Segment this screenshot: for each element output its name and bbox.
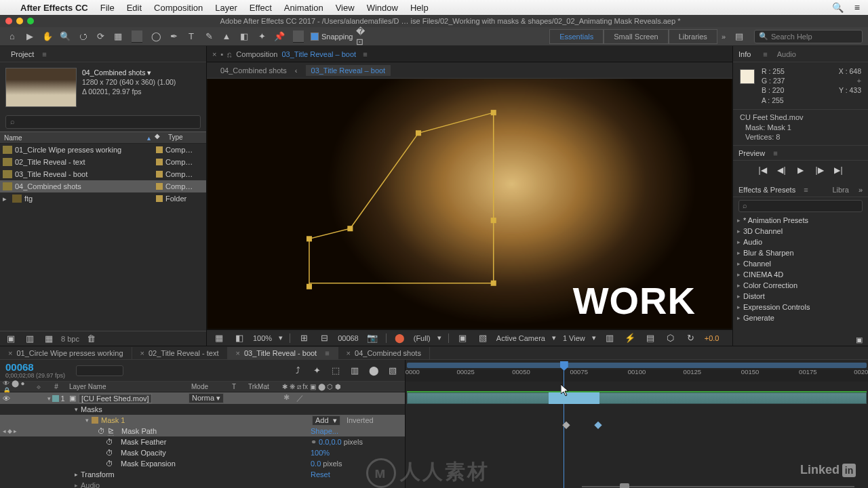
region-icon[interactable]: ▣ [456, 331, 469, 345]
pen-tool-icon[interactable]: ✒ [167, 30, 180, 43]
panel-menu-icon[interactable]: ≡ [42, 50, 46, 58]
window-minimize-button[interactable] [16, 18, 23, 24]
ellipse-tool-icon[interactable]: ◯ [149, 30, 163, 43]
mask-expansion-prop[interactable]: ⏱ Mask Expansion 0.0 pixels [0, 458, 405, 469]
libraries-tab[interactable]: Libra [832, 186, 848, 194]
workspace-overflow-icon[interactable]: » [722, 33, 726, 41]
mask-path-prop[interactable]: ◂◆▸ ⏱⊵ Mask Path Shape... [0, 426, 405, 436]
menu-extras-icon[interactable]: ≡ [854, 2, 860, 13]
views-dropdown[interactable]: 1 View [563, 334, 585, 342]
timeline-tab[interactable]: ×02_Title Reveal - text [132, 347, 228, 359]
reset-exposure-icon[interactable]: ↻ [684, 331, 698, 345]
spotlight-icon[interactable]: 🔍 [832, 2, 844, 13]
resolution-dropdown[interactable]: (Full) [414, 334, 431, 342]
project-panel-tab[interactable]: Project [5, 48, 39, 60]
col-switches[interactable]: ✱ ❋ ⧄ fx ▣ ⬤ ⬡ ⬢ [279, 383, 405, 391]
panel-menu-icon[interactable]: ≡ [363, 50, 367, 58]
col-mode[interactable]: Mode [189, 383, 229, 390]
comp-tab-name[interactable]: 03_Title Reveal – boot [281, 50, 356, 58]
panel-flow-icon[interactable]: ⎌ [227, 50, 232, 58]
channel-icon[interactable]: ⬤ [393, 331, 407, 345]
current-frame[interactable]: 00068 [338, 334, 359, 342]
video-toggle-icon[interactable]: 👁 [3, 394, 11, 403]
prev-keyframe-icon[interactable]: ◂ [3, 428, 6, 434]
prev-frame-button[interactable]: ◀| [776, 165, 788, 176]
layer-name[interactable]: [CU Feet Shed.mov] [79, 394, 152, 403]
panel-menu-icon[interactable]: ≡ [325, 349, 329, 357]
link-icon[interactable]: ⚭ [311, 438, 317, 446]
mask-color-swatch[interactable] [92, 417, 98, 424]
twirl-icon[interactable]: ▸ [75, 471, 78, 478]
flowchart-icon[interactable]: ⬡ [664, 331, 677, 345]
exposure-value[interactable]: +0.0 [705, 334, 719, 342]
twirl-icon[interactable]: ▸ [3, 195, 9, 203]
value-opacity[interactable]: 100% [311, 449, 330, 457]
reset-link[interactable]: Reset [311, 470, 330, 479]
stopwatch-icon[interactable]: ⏱ [106, 460, 113, 468]
effects-search-field[interactable]: ⌕ [738, 200, 863, 212]
mask-opacity-prop[interactable]: ⏱ Mask Opacity 100% [0, 447, 405, 458]
time-ruler[interactable]: 0000 00025 00050 00075 00100 00125 00150… [406, 360, 868, 382]
orbit-tool-icon[interactable]: ⭯ [76, 30, 90, 43]
cti-line[interactable] [564, 369, 564, 488]
project-item-row[interactable]: 03_Title Reveal - bootComp… [0, 168, 206, 180]
guides-icon[interactable]: ⊟ [317, 331, 331, 345]
timeline-tab[interactable]: ×01_Circle Wipe presses working [0, 347, 132, 359]
twirl-icon[interactable]: ▸ [75, 482, 78, 488]
breadcrumb-item[interactable]: 04_Combined shots [220, 66, 287, 75]
layer-row[interactable]: 👁 ▾1 ▣[CU Feet Shed.mov] Norma ▾ ✱ ／ [0, 392, 405, 404]
next-frame-button[interactable]: |▶ [814, 165, 826, 176]
first-frame-button[interactable]: |◀ [757, 165, 769, 176]
panel-menu-icon[interactable]: ≡ [773, 149, 777, 157]
search-help-field[interactable]: 🔍 Search Help [754, 30, 863, 43]
effects-presets-tab[interactable]: Effects & Presets [738, 186, 795, 194]
snapping-toggle[interactable]: Snapping � ⊡ [311, 30, 370, 43]
grid-icon[interactable]: ⊞ [297, 331, 311, 345]
frame-blend-icon[interactable]: ▥ [348, 364, 361, 378]
timeline-zoom-slider[interactable] [582, 483, 854, 488]
shy-icon[interactable]: ⬚ [329, 364, 342, 378]
effect-category[interactable]: ▸Expression Controls [733, 302, 868, 312]
col-lock[interactable]: ⟐ [34, 383, 46, 390]
value-expansion[interactable]: 0.0 [311, 460, 321, 468]
menu-composition[interactable]: Composition [154, 3, 203, 13]
roto-tool-icon[interactable]: ✦ [255, 30, 269, 43]
close-icon[interactable]: × [140, 349, 144, 357]
interpret-icon[interactable]: ▣ [4, 332, 18, 346]
timeline-tab[interactable]: ×04_Combined shots [338, 347, 430, 359]
breadcrumb-item-active[interactable]: 03_Title Reveal – boot [306, 65, 391, 76]
effect-category[interactable]: ▸3D Channel [733, 226, 868, 237]
audio-group[interactable]: ▸Audio [0, 480, 405, 488]
graph-editor-icon[interactable]: ▧ [386, 364, 399, 378]
transparency-icon[interactable]: ▧ [476, 331, 490, 345]
workspace-libraries[interactable]: Libraries [669, 29, 717, 44]
col-trkmat[interactable]: TrkMat [245, 383, 279, 390]
brush-tool-icon[interactable]: ✎ [202, 30, 216, 43]
project-bpc[interactable]: 8 bpc [61, 335, 79, 343]
effect-category[interactable]: ▸Channel [733, 258, 868, 269]
menu-layer[interactable]: Layer [215, 3, 237, 13]
col-t[interactable]: T [229, 383, 245, 390]
menu-file[interactable]: File [100, 3, 115, 13]
alpha-toggle-icon[interactable]: ▦ [212, 331, 226, 345]
workspace-essentials[interactable]: Essentials [549, 29, 604, 44]
workspace-panel-icon[interactable]: ▤ [732, 30, 746, 43]
window-close-button[interactable] [5, 18, 12, 24]
project-search-field[interactable]: ⌕ [5, 115, 201, 129]
effect-category[interactable]: ▸Blur & Sharpen [733, 247, 868, 258]
menu-view[interactable]: View [336, 3, 355, 13]
panel-overflow-icon[interactable]: » [859, 186, 863, 194]
close-icon[interactable]: × [347, 349, 351, 357]
timeline-graph[interactable]: 0000 00025 00050 00075 00100 00125 00150… [406, 360, 868, 488]
stopwatch-icon[interactable]: ⏱ [98, 427, 105, 435]
layer-bar[interactable] [407, 392, 867, 404]
transform-group[interactable]: ▸Transform Reset [0, 469, 405, 480]
project-item-row[interactable]: ▸ftgFolder [0, 192, 206, 205]
work-area-bar[interactable] [407, 363, 867, 368]
mask-row[interactable]: ▾Mask 1 Add ▾ Inverted [0, 415, 405, 426]
close-icon[interactable]: × [8, 349, 12, 357]
snapping-checkbox-icon[interactable] [311, 33, 319, 41]
switch-icon[interactable]: ✱ [283, 393, 290, 403]
clone-tool-icon[interactable]: ▲ [220, 30, 233, 43]
workspace-small-screen[interactable]: Small Screen [604, 29, 668, 44]
